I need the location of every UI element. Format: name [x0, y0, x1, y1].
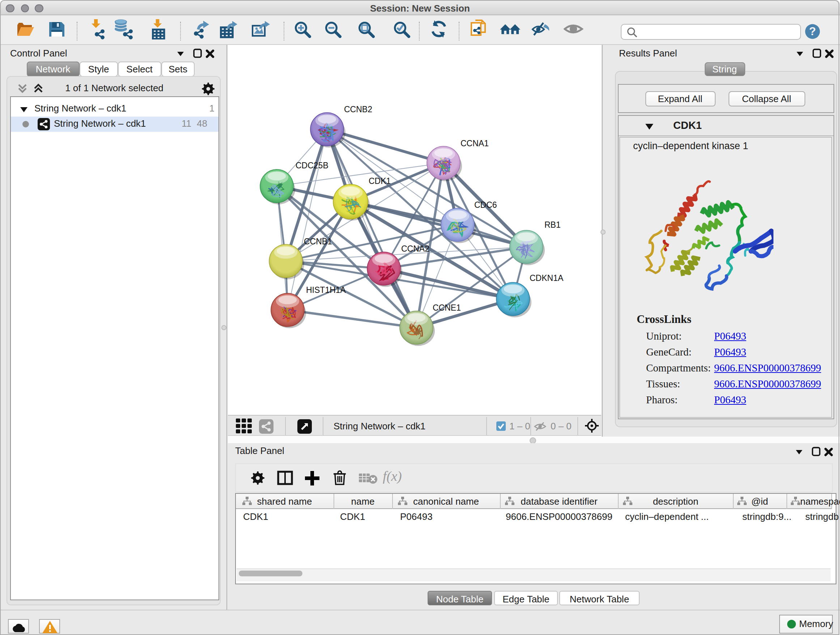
- svg-text:HIST1H1A: HIST1H1A: [306, 285, 346, 295]
- svg-text:CCNB1: CCNB1: [304, 237, 332, 246]
- svg-text:CDKN1A: CDKN1A: [530, 273, 564, 283]
- svg-text:CCNB2: CCNB2: [344, 105, 372, 114]
- svg-text:CDC6: CDC6: [474, 200, 497, 210]
- svg-text:CDK1: CDK1: [369, 176, 391, 186]
- svg-text:CCNE1: CCNE1: [433, 303, 461, 312]
- svg-text:CDC25B: CDC25B: [295, 161, 328, 170]
- svg-text:CCNA1: CCNA1: [461, 139, 489, 148]
- svg-text:CCNA2: CCNA2: [401, 244, 429, 253]
- svg-text:RB1: RB1: [545, 220, 561, 230]
- svg-text:?: ?: [809, 25, 816, 38]
